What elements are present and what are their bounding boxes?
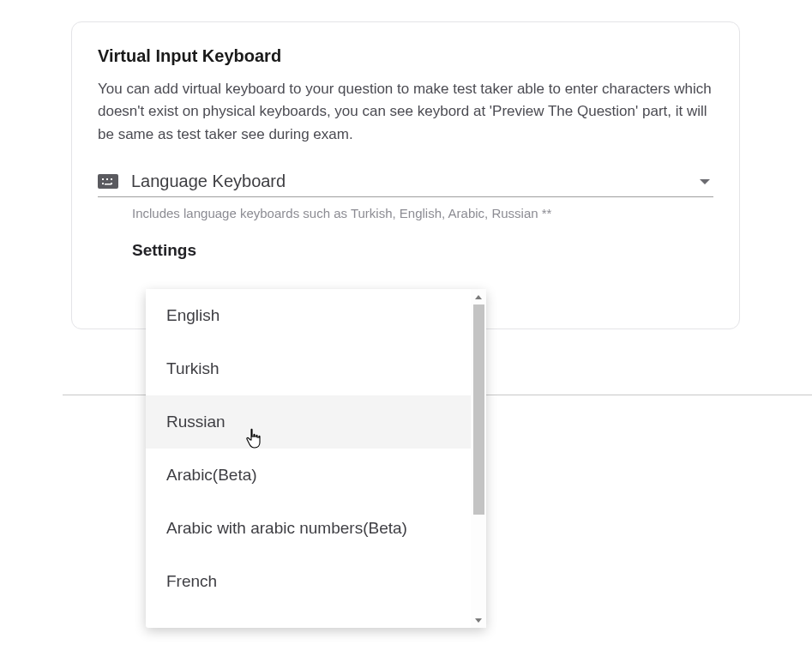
scroll-thumb[interactable] [473, 304, 484, 515]
scroll-up-arrow-icon[interactable] [471, 289, 486, 304]
select-helper-text: Includes language keyboards such as Turk… [132, 206, 713, 220]
card-title: Virtual Input Keyboard [98, 46, 713, 66]
dropdown-option-french[interactable]: French [146, 555, 471, 608]
dropdown-option-russian[interactable]: Russian [146, 395, 471, 449]
dropdown-option-english[interactable]: English [146, 289, 471, 342]
card-description: You can add virtual keyboard to your que… [98, 78, 713, 146]
dropdown-option-turkish[interactable]: Turkish [146, 342, 471, 395]
dropdown-list: English Turkish Russian Arabic(Beta) Ara… [146, 289, 471, 628]
cursor-pointer-icon [245, 428, 264, 450]
settings-heading: Settings [132, 241, 713, 260]
scroll-down-arrow-icon[interactable] [471, 612, 486, 628]
language-keyboard-select[interactable]: Language Keyboard [98, 172, 713, 197]
language-dropdown-popup: English Turkish Russian Arabic(Beta) Ara… [146, 289, 486, 628]
scrollbar[interactable] [471, 289, 486, 628]
dropdown-option-arabic-numbers-beta[interactable]: Arabic with arabic numbers(Beta) [146, 502, 471, 555]
chevron-down-icon [700, 179, 710, 184]
keyboard-icon [98, 174, 118, 189]
select-value: Language Keyboard [131, 172, 687, 191]
dropdown-option-arabic-beta[interactable]: Arabic(Beta) [146, 449, 471, 502]
virtual-keyboard-card: Virtual Input Keyboard You can add virtu… [71, 21, 740, 329]
